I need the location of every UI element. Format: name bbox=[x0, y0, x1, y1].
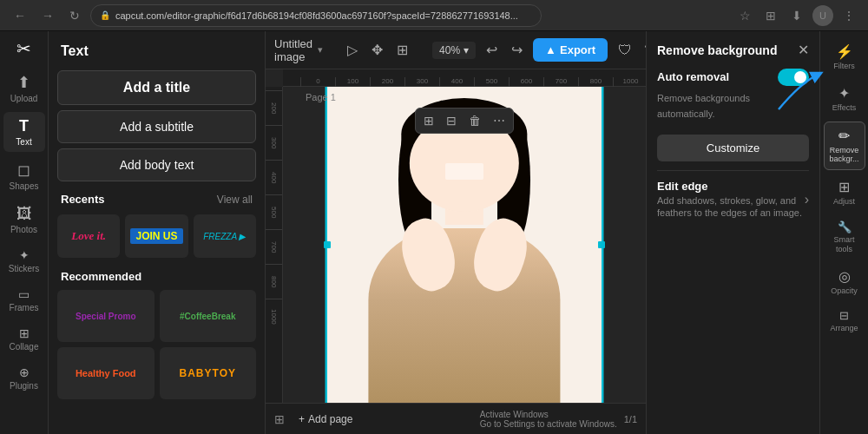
undo-button[interactable]: ↩ bbox=[483, 38, 501, 62]
menu-icon[interactable]: ⋮ bbox=[838, 5, 859, 26]
recents-header: Recents View all bbox=[49, 184, 265, 211]
canvas-area: Untitled image ▾ ▷ ✥ ⊞ 40% ▾ ↩ ↪ ▲ Expor… bbox=[266, 31, 646, 434]
dropdown-icon[interactable]: ▾ bbox=[318, 44, 323, 56]
browser-icons: ☆ ⊞ ⬇ U ⋮ bbox=[734, 5, 859, 26]
smart-tools-label: Smarttools bbox=[833, 235, 854, 254]
app-logo[interactable]: ✂ bbox=[16, 38, 31, 59]
page-tool-more[interactable]: ⋯ bbox=[488, 111, 510, 130]
url-text: capcut.com/editor-graphic/f6d17d6b68194c… bbox=[115, 10, 518, 21]
bottom-bar: ⊞ + Add page Activate Windows Go to Sett… bbox=[266, 403, 646, 434]
opacity-icon: ◎ bbox=[838, 268, 851, 285]
extensions-icon[interactable]: ⊞ bbox=[760, 5, 781, 26]
collage-icon: ⊞ bbox=[19, 326, 30, 340]
edit-edge-label: Edit edge bbox=[657, 180, 805, 193]
arrow-annotation bbox=[774, 66, 826, 122]
redo-button[interactable]: ↪ bbox=[508, 38, 526, 62]
sidebar-item-shapes[interactable]: ◻ Shapes bbox=[3, 155, 45, 196]
right-icon-rail: ⚡ Filters ✦ Effects ✏ Removebackgr... ⊞ … bbox=[819, 31, 868, 434]
add-page-icon: + bbox=[299, 413, 305, 425]
back-button[interactable]: ← bbox=[9, 5, 31, 26]
rec-item-coffee-break[interactable]: #CoffeeBreak bbox=[160, 290, 257, 342]
close-panel-button[interactable]: ✕ bbox=[798, 42, 809, 58]
recents-label: Recents bbox=[61, 193, 105, 206]
sidebar-item-plugins[interactable]: ⊕ Plugins bbox=[3, 360, 45, 396]
edit-edge-content: Edit edge Add shadows, strokes, glow, an… bbox=[657, 180, 805, 220]
page-toolbar: ⊞ ⊟ 🗑 ⋯ bbox=[415, 108, 514, 134]
stickers-label: Stickers bbox=[9, 264, 40, 273]
edit-edge-row[interactable]: Edit edge Add shadows, strokes, glow, an… bbox=[657, 180, 809, 220]
activate-windows-notice: Activate Windows Go to Settings to activ… bbox=[480, 410, 617, 429]
pages-icon[interactable]: ⊞ bbox=[274, 412, 285, 426]
photos-icon: 🖼 bbox=[16, 205, 32, 223]
text-icon: T bbox=[19, 117, 29, 135]
page-tool-grid[interactable]: ⊟ bbox=[441, 111, 462, 130]
arrange-icon: ⊟ bbox=[839, 309, 849, 322]
handle-middle-right[interactable] bbox=[598, 241, 605, 248]
recent-item-love-it[interactable]: Love it. bbox=[57, 214, 120, 258]
remove-bg-rail-label: Removebackgr... bbox=[829, 146, 858, 165]
stickers-icon: ✦ bbox=[19, 248, 30, 262]
page-tool-crop[interactable]: ⊞ bbox=[418, 111, 439, 130]
export-label: Export bbox=[560, 43, 595, 56]
right-rail-item-effects[interactable]: ✦ Effects bbox=[824, 80, 865, 118]
remove-bg-panel: Remove background ✕ Auto removal Remove … bbox=[646, 31, 819, 434]
adjust-icon: ⊞ bbox=[838, 179, 850, 195]
add-subtitle-button[interactable]: Add a subtitle bbox=[57, 110, 256, 143]
star-icon[interactable]: ☆ bbox=[734, 5, 755, 26]
export-button[interactable]: ▲ Export bbox=[533, 38, 608, 62]
right-rail-item-remove-bg[interactable]: ✏ Removebackgr... bbox=[824, 122, 865, 171]
grid-tool-button[interactable]: ⊞ bbox=[393, 38, 411, 62]
collage-label: Collage bbox=[10, 342, 39, 352]
frames-label: Frames bbox=[10, 303, 39, 312]
sidebar-item-upload[interactable]: ⬆ Upload bbox=[3, 68, 45, 108]
profile-icon[interactable]: U bbox=[812, 5, 833, 26]
rec-item-special-promo[interactable]: Special Promo bbox=[57, 290, 155, 342]
view-all-button[interactable]: View all bbox=[217, 194, 253, 206]
right-rail-item-filters[interactable]: ⚡ Filters bbox=[824, 38, 865, 76]
customize-button[interactable]: Customize bbox=[657, 135, 809, 161]
remove-bg-icon: ✏ bbox=[838, 128, 850, 144]
recommended-label: Recommended bbox=[49, 265, 265, 290]
select-tool-button[interactable]: ▷ bbox=[344, 38, 361, 62]
upload-label: Upload bbox=[10, 94, 38, 103]
rec-item-baby-toy[interactable]: BABYTOY bbox=[160, 347, 257, 399]
sidebar-item-stickers[interactable]: ✦ Stickers bbox=[3, 243, 45, 279]
canvas-page[interactable] bbox=[326, 87, 603, 403]
canvas-content[interactable]: Page 1 ⊞ ⊟ 🗑 ⋯ bbox=[283, 87, 646, 403]
right-rail-item-opacity[interactable]: ◎ Opacity bbox=[824, 263, 865, 301]
zoom-dropdown-icon: ▾ bbox=[464, 44, 469, 56]
shield-icon[interactable]: 🛡 bbox=[615, 39, 635, 62]
add-title-button[interactable]: Add a title bbox=[57, 70, 256, 105]
forward-button[interactable]: → bbox=[36, 5, 59, 26]
right-rail-item-arrange[interactable]: ⊟ Arrange bbox=[824, 304, 865, 339]
page-counter: 1/1 bbox=[624, 414, 637, 424]
url-bar[interactable]: 🔒 capcut.com/editor-graphic/f6d17d6b6819… bbox=[90, 4, 542, 27]
right-rail-item-adjust[interactable]: ⊞ Adjust bbox=[824, 174, 865, 212]
add-body-button[interactable]: Add body text bbox=[57, 148, 256, 181]
shapes-icon: ◻ bbox=[17, 161, 30, 180]
page-tool-delete[interactable]: 🗑 bbox=[464, 111, 486, 130]
effects-icon: ✦ bbox=[838, 85, 850, 102]
handle-middle-left[interactable] bbox=[324, 241, 331, 248]
add-page-button[interactable]: + Add page bbox=[292, 410, 359, 429]
sidebar-item-collage[interactable]: ⊞ Collage bbox=[3, 321, 45, 357]
arrow-svg bbox=[774, 66, 826, 118]
rec-item-healthy-food[interactable]: Healthy Food bbox=[57, 347, 155, 399]
move-tool-button[interactable]: ✥ bbox=[368, 38, 386, 62]
sidebar-item-frames[interactable]: ▭ Frames bbox=[3, 282, 45, 318]
right-rail-item-smart-tools[interactable]: 🔧 Smarttools bbox=[824, 215, 865, 260]
browser-chrome: ← → ↻ 🔒 capcut.com/editor-graphic/f6d17d… bbox=[0, 0, 868, 31]
recent-item-frezza[interactable]: FREZZA ▶ bbox=[194, 214, 256, 258]
refresh-button[interactable]: ↻ bbox=[64, 5, 85, 26]
recent-item-join-us[interactable]: JOIN US bbox=[125, 214, 187, 258]
shapes-label: Shapes bbox=[10, 181, 39, 191]
smart-tools-icon: 🔧 bbox=[838, 220, 852, 233]
smile bbox=[445, 163, 483, 180]
zoom-control[interactable]: 40% ▾ bbox=[432, 42, 476, 59]
download-icon[interactable]: ⬇ bbox=[786, 5, 807, 26]
zoom-value: 40% bbox=[439, 44, 460, 56]
sidebar-item-text[interactable]: T Text bbox=[3, 112, 45, 152]
sidebar-item-photos[interactable]: 🖼 Photos bbox=[3, 200, 45, 240]
filters-icon: ⚡ bbox=[836, 43, 853, 60]
export-icon: ▲ bbox=[545, 43, 556, 56]
